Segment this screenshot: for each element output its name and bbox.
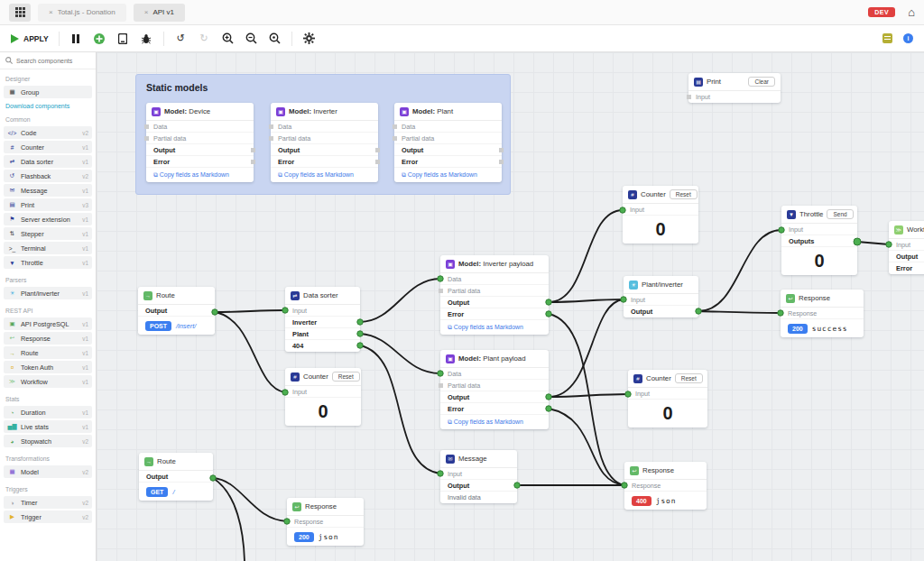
port-in[interactable] [144, 136, 149, 141]
status-badge: 200 [294, 532, 314, 542]
send-button[interactable]: Send [827, 209, 853, 219]
sidebar-item-route[interactable]: →Routev1 [4, 346, 92, 359]
sidebar-item-timer[interactable]: ◑Timerv2 [4, 496, 92, 509]
sidebar-item-terminal[interactable]: >_Terminalv1 [4, 242, 92, 254]
port-in[interactable] [439, 289, 443, 293]
node-plant-inverter[interactable]: ☀Plant/inverter Input Output [624, 276, 698, 317]
sidebar-item-stepper[interactable]: ⇅Stepperv1 [4, 227, 92, 240]
sidebar-item-message[interactable]: ✉Messagev1 [4, 184, 92, 197]
node-route-get[interactable]: →Route Output GET/ [139, 453, 213, 501]
node-counter-3[interactable]: #CounterReset Input 0 [628, 370, 707, 428]
close-icon[interactable]: × [49, 8, 53, 16]
sidebar-item-group[interactable]: ▦Group [4, 86, 92, 98]
component-search[interactable] [0, 52, 96, 69]
port-in[interactable] [269, 136, 273, 141]
sidebar-item-response[interactable]: ↩Responsev1 [4, 332, 92, 345]
redo-button[interactable]: ↻ [198, 32, 211, 45]
copy-fields-link[interactable]: ⧉ Copy fields as Markdown [440, 320, 549, 335]
sidebar-item-counter[interactable]: #Counterv1 [4, 141, 92, 153]
close-icon[interactable]: × [144, 8, 149, 16]
node-workflow[interactable]: ≫Workflow Input Output Error [889, 221, 924, 274]
sidebar-item-live-stats[interactable]: ▅▇Live statsv1 [4, 420, 92, 433]
apply-label: APPLY [23, 34, 49, 43]
sidebar-item-plant-inverter[interactable]: ☀Plant/inverterv1 [4, 287, 92, 299]
port-in[interactable] [144, 124, 149, 129]
info-icon[interactable]: i [903, 33, 913, 43]
node-model-inverter[interactable]: ▣Model: Inverter Data Partial data Outpu… [271, 103, 378, 182]
port-in[interactable] [439, 383, 443, 388]
port-out[interactable] [375, 148, 380, 152]
sidebar-item-data-sorter[interactable]: ⇄Data sorterv1 [4, 155, 92, 168]
sidebar-item-stopwatch[interactable]: ◕Stopwatchv2 [4, 435, 92, 447]
sidebar-item-model[interactable]: ▦Modelv2 [4, 465, 92, 478]
tab-totaljs-donation[interactable]: × Total.js - Donation [38, 4, 126, 22]
pause-button[interactable] [69, 32, 83, 45]
port-out[interactable] [251, 148, 255, 152]
route-icon: → [7, 350, 17, 356]
copy-fields-link[interactable]: ⧉ Copy fields as Markdown [271, 168, 378, 182]
sidebar-item-server-extension[interactable]: ⚑Server extensionv1 [4, 213, 92, 225]
node-response-success[interactable]: ↩Response Response 200success [781, 290, 864, 337]
node-throttle[interactable]: ▼ThrottleSend Input Outputs 0 [781, 206, 857, 275]
port-in[interactable] [687, 95, 691, 99]
download-components-link[interactable]: Download components [0, 100, 96, 110]
response-icon: ↩ [7, 335, 17, 342]
node-message[interactable]: ✉Message Input Output Invalid data [440, 450, 517, 503]
counter-value: 0 [623, 216, 698, 244]
settings-button[interactable] [302, 32, 316, 45]
copy-fields-link[interactable]: ⧉ Copy fields as Markdown [394, 168, 502, 182]
flow-canvas[interactable]: Static models ▣Model: Device Data Partia… [97, 52, 924, 561]
sidebar-item-duration[interactable]: ◔Durationv1 [4, 406, 92, 418]
node-response-400[interactable]: ↩Response Response 400json [624, 462, 707, 510]
node-counter-2[interactable]: #CounterReset Input 0 [285, 368, 361, 426]
node-model-plant-payload[interactable]: ▣Model: Plant payload Data Partial data … [440, 350, 549, 429]
port-out[interactable] [375, 160, 380, 164]
sidebar-item-workflow[interactable]: ≫Workflowv1 [4, 375, 92, 388]
apply-button[interactable]: APPLY [11, 34, 49, 43]
edge [215, 312, 285, 392]
funnel-icon: ▼ [7, 260, 17, 266]
copy-fields-link[interactable]: ⧉ Copy fields as Markdown [146, 168, 254, 182]
zoom-out-button[interactable] [245, 32, 258, 45]
key-icon: ¤ [7, 364, 17, 371]
node-route-post[interactable]: →Route Output POST/insert/ [138, 287, 215, 335]
sidebar-item-trigger[interactable]: ▶Triggerv2 [4, 510, 92, 523]
zoom-in-button[interactable] [221, 32, 235, 45]
debug-button[interactable] [140, 32, 153, 45]
port-in[interactable] [393, 136, 397, 141]
reset-button[interactable]: Reset [675, 373, 703, 383]
node-counter-1[interactable]: #CounterReset Input 0 [623, 186, 698, 244]
edge [549, 314, 624, 485]
copy-fields-link[interactable]: ⧉ Copy fields as Markdown [440, 415, 549, 429]
node-model-plant[interactable]: ▣Model: Plant Data Partial data Output E… [394, 103, 502, 182]
search-input[interactable] [16, 58, 90, 64]
sidebar-item-api-postgresql[interactable]: ▣API PostgreSQLv1 [4, 317, 92, 330]
port-in[interactable] [269, 124, 273, 129]
node-model-device[interactable]: ▣Model: Device Data Partial data Output … [146, 103, 254, 182]
sidebar-item-print[interactable]: ▤Printv3 [4, 198, 92, 211]
zoom-reset-button[interactable] [268, 32, 282, 45]
add-component-button[interactable] [93, 32, 106, 45]
reset-button[interactable]: Reset [332, 372, 360, 382]
console-icon[interactable] [882, 33, 892, 43]
node-model-inverter-payload[interactable]: ▣Model: Inverter payload Data Partial da… [440, 255, 549, 335]
reset-button[interactable]: Reset [670, 189, 698, 199]
port-out[interactable] [499, 148, 504, 152]
port-out[interactable] [499, 160, 504, 164]
sidebar-item-code[interactable]: </>Codev2 [4, 126, 92, 139]
undo-button[interactable]: ↺ [174, 32, 188, 45]
sidebar-item-throttle[interactable]: ▼Throttlev1 [4, 256, 92, 269]
port-out[interactable] [251, 160, 255, 164]
storage-button[interactable] [116, 32, 130, 45]
node-print[interactable]: ▤PrintClear Input [688, 73, 781, 103]
tab-api-v1[interactable]: × API v1 [134, 4, 185, 22]
port-in[interactable] [393, 124, 397, 129]
section-triggers: Triggers [0, 480, 96, 494]
clear-button[interactable]: Clear [748, 77, 775, 87]
apps-grid-button[interactable] [9, 4, 31, 22]
home-icon[interactable]: ⌂ [908, 6, 915, 18]
sidebar-item-token-auth[interactable]: ¤Token Authv1 [4, 361, 92, 373]
node-response-200[interactable]: ↩Response Response 200json [287, 498, 364, 546]
node-data-sorter[interactable]: ⇄Data sorter Input Inverter Plant 404 [285, 287, 360, 352]
sidebar-item-flashback[interactable]: ↺Flashbackv2 [4, 170, 92, 182]
